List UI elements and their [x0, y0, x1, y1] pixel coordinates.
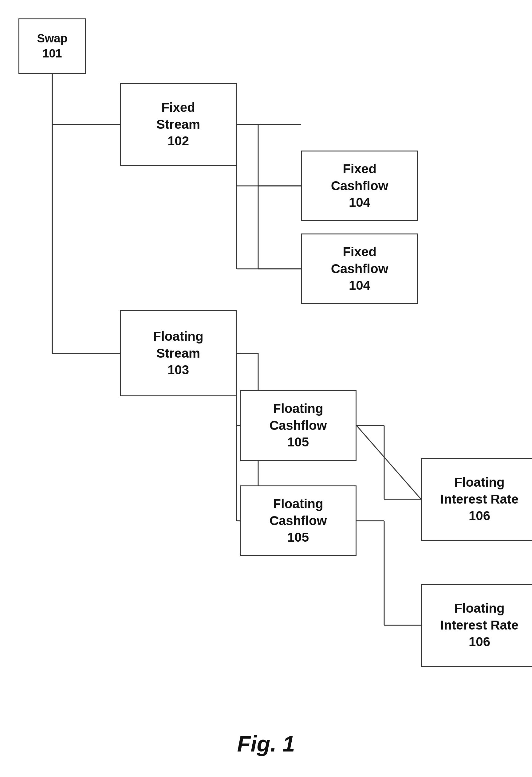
node-fixed-cashflow-2-line1: Fixed — [331, 244, 389, 260]
node-fixed-cashflow-1-line1: Fixed — [331, 161, 389, 178]
node-floating-cashflow-1: Floating Cashflow 105 — [240, 390, 356, 461]
node-fixed-cashflow-2: Fixed Cashflow 104 — [301, 233, 418, 304]
node-floating-cashflow-2-line3: 105 — [270, 529, 327, 546]
node-floating-cashflow-2-line1: Floating — [270, 495, 327, 513]
node-floating-interest-1-line1: Floating — [440, 474, 519, 491]
node-floating-stream-line3: 103 — [153, 362, 203, 378]
node-swap-line2: 101 — [37, 46, 67, 61]
node-fixed-stream-line2: Stream — [156, 116, 200, 133]
node-floating-cashflow-1-line3: 105 — [270, 434, 327, 451]
node-floating-cashflow-2-line2: Cashflow — [270, 513, 327, 529]
svg-line-11 — [356, 426, 421, 499]
node-floating-stream-line2: Stream — [153, 345, 203, 362]
node-floating-stream: Floating Stream 103 — [120, 310, 237, 396]
node-fixed-stream-line3: 102 — [156, 133, 200, 150]
diagram: Swap 101 Fixed Stream 102 Fixed Cashflow… — [0, 0, 532, 737]
node-floating-cashflow-1-line1: Floating — [270, 400, 327, 417]
node-fixed-cashflow-1: Fixed Cashflow 104 — [301, 150, 418, 221]
node-floating-cashflow-2: Floating Cashflow 105 — [240, 485, 356, 556]
node-fixed-cashflow-2-line2: Cashflow — [331, 260, 389, 278]
node-fixed-cashflow-1-line2: Cashflow — [331, 178, 389, 195]
node-floating-interest-2: Floating Interest Rate 106 — [421, 584, 532, 667]
node-swap-line1: Swap — [37, 31, 67, 46]
node-fixed-cashflow-2-line3: 104 — [331, 277, 389, 294]
node-fixed-cashflow-1-line3: 104 — [331, 194, 389, 211]
node-floating-interest-1: Floating Interest Rate 106 — [421, 458, 532, 541]
node-swap: Swap 101 — [18, 18, 86, 74]
node-floating-interest-2-line2: Interest Rate — [440, 617, 519, 634]
node-floating-cashflow-1-line2: Cashflow — [270, 417, 327, 434]
node-fixed-stream: Fixed Stream 102 — [120, 83, 237, 166]
node-floating-interest-2-line1: Floating — [440, 600, 519, 617]
node-floating-stream-line1: Floating — [153, 328, 203, 345]
node-floating-interest-1-line3: 106 — [440, 508, 519, 525]
node-floating-interest-2-line3: 106 — [440, 634, 519, 650]
node-floating-interest-1-line2: Interest Rate — [440, 491, 519, 508]
node-fixed-stream-line1: Fixed — [156, 99, 200, 116]
